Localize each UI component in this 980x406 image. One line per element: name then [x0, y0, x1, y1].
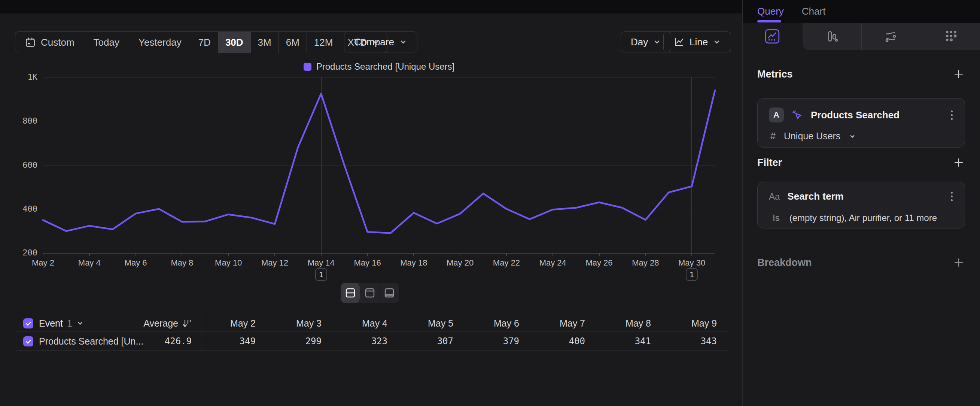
tab-chart[interactable]: Chart: [802, 6, 826, 17]
x-axis-label: May 8: [158, 258, 206, 268]
table-cell-value: 400: [530, 332, 596, 350]
filter-card[interactable]: Aa Search term Is (empty string), Air pu…: [757, 182, 965, 228]
chart-type-label: Line: [689, 36, 708, 48]
y-axis-label: 200: [11, 248, 37, 258]
row-average-value: 426.9: [101, 332, 192, 350]
add-filter-icon[interactable]: [953, 157, 964, 168]
range-yesterday[interactable]: Yesterday: [129, 32, 191, 53]
aggregation-dropdown[interactable]: # Unique Users: [770, 131, 856, 142]
chevron-down-icon: [713, 38, 721, 46]
chart-legend[interactable]: Products Searched [Unique Users]: [43, 61, 715, 72]
filter-card-main: Aa Search term: [769, 190, 954, 203]
x-axis-tick: [506, 253, 507, 256]
view-tab-retention[interactable]: [921, 23, 980, 50]
add-metric-icon[interactable]: [953, 68, 964, 80]
date-column-headers: May 2May 3May 4May 5May 6May 7May 8May 9: [201, 315, 728, 332]
layout-table-only-button[interactable]: [380, 283, 399, 303]
check-icon: [25, 338, 32, 345]
x-axis-label: May 18: [389, 258, 438, 268]
date-range-selector: CustomTodayYesterday7D30D3M6M12MXTD: [15, 32, 387, 53]
insights-chart-icon: [764, 28, 781, 45]
chevron-down-icon: [399, 38, 407, 46]
tab-divider: [861, 23, 862, 50]
x-axis-label: May 28: [621, 258, 670, 268]
x-axis-label: May 4: [65, 258, 114, 268]
select-all-checkbox[interactable]: [23, 318, 33, 328]
table-cell-value: 379: [465, 332, 530, 350]
x-axis-tick: [274, 253, 275, 256]
x-axis-tick: [181, 253, 182, 256]
event-pointer-icon: [791, 109, 803, 121]
column-divider: [201, 315, 201, 350]
metrics-section-heading: Metrics: [757, 66, 964, 83]
table-cell-value: 341: [596, 332, 662, 350]
metric-card[interactable]: A Products Searched # Unique Users: [757, 98, 965, 148]
x-axis-label: May 22: [482, 258, 531, 268]
x-axis-tick: [460, 253, 460, 256]
x-axis-tick: [599, 253, 600, 256]
sort-descending-icon: [182, 318, 192, 328]
annotation-badge[interactable]: 1: [315, 268, 327, 281]
x-axis-line: [43, 253, 715, 253]
add-breakdown-icon[interactable]: [953, 257, 964, 268]
range-custom[interactable]: Custom: [15, 32, 84, 53]
range-12m[interactable]: 12M: [307, 32, 340, 53]
split-view-icon: [345, 288, 356, 298]
view-tab-flows[interactable]: [861, 23, 921, 50]
chart-only-icon: [364, 288, 375, 298]
range-today[interactable]: Today: [84, 32, 129, 53]
bar-chart-icon: [823, 28, 840, 45]
metric-kebab-menu[interactable]: [949, 109, 954, 121]
table-header-row: Event 1 Average May 2May 3May 4May 5May …: [0, 315, 742, 332]
x-axis-label: May 14: [297, 258, 345, 268]
annotation-badge[interactable]: 1: [686, 268, 698, 281]
layout-toggle: [340, 283, 399, 303]
x-axis-label: May 26: [575, 258, 624, 268]
row-checkbox[interactable]: [23, 336, 33, 346]
x-axis-tick: [645, 253, 646, 256]
chart-type-button[interactable]: Line: [663, 32, 731, 53]
date-column-header: May 3: [267, 315, 333, 332]
metric-card-main: A Products Searched: [769, 107, 954, 123]
aggregation-label: Unique Users: [784, 131, 840, 142]
line-chart-icon: [673, 36, 685, 48]
string-type-icon: Aa: [769, 191, 780, 202]
filter-kebab-menu[interactable]: [949, 190, 954, 203]
date-column-header: May 4: [333, 315, 399, 332]
y-axis-label: 400: [11, 204, 37, 214]
main-panel: CustomTodayYesterday7D30D3M6M12MXTD Comp…: [0, 0, 742, 406]
layout-chart-only-button[interactable]: [360, 283, 380, 303]
chevron-down-icon: [849, 132, 856, 140]
range-6m[interactable]: 6M: [279, 32, 307, 53]
date-column-header: May 9: [662, 315, 728, 332]
event-dropdown[interactable]: Event 1: [39, 315, 84, 332]
x-axis-label: May 30: [667, 258, 716, 268]
sidebar-header: Query Chart: [743, 0, 980, 23]
compare-label: Compare: [354, 36, 394, 48]
row-border: [15, 350, 728, 350]
average-sort-header[interactable]: Average: [101, 315, 192, 332]
layout-split-view-button[interactable]: [340, 283, 360, 303]
tab-query[interactable]: Query: [757, 6, 784, 17]
y-axis-label: 1K: [11, 72, 37, 82]
date-column-header: May 2: [201, 315, 267, 332]
x-axis-label: May 10: [204, 258, 253, 268]
view-tab-insights-chart[interactable]: [743, 23, 802, 50]
table-cell-value: 299: [267, 332, 333, 350]
aggregation-symbol: #: [770, 131, 776, 142]
compare-button[interactable]: Compare: [344, 32, 417, 53]
x-axis-tick: [552, 253, 553, 256]
filter-condition[interactable]: Is (empty string), Air purifier, or 11 m…: [773, 213, 937, 223]
view-type-strip: [743, 23, 980, 50]
range-3m[interactable]: 3M: [251, 32, 279, 53]
breakdown-title: Breakdown: [757, 257, 812, 269]
range-30d[interactable]: 30D: [218, 32, 251, 53]
x-axis-label: May 2: [19, 258, 67, 268]
legend-label: Products Searched [Unique Users]: [316, 61, 455, 72]
range-7d[interactable]: 7D: [191, 32, 218, 53]
filter-value: (empty string), Air purifier, or 11 more: [789, 213, 937, 223]
date-column-header: May 7: [530, 315, 596, 332]
granularity-label: Day: [631, 36, 648, 48]
view-tab-bar-chart[interactable]: [802, 23, 862, 50]
y-axis-label: 800: [11, 116, 37, 126]
